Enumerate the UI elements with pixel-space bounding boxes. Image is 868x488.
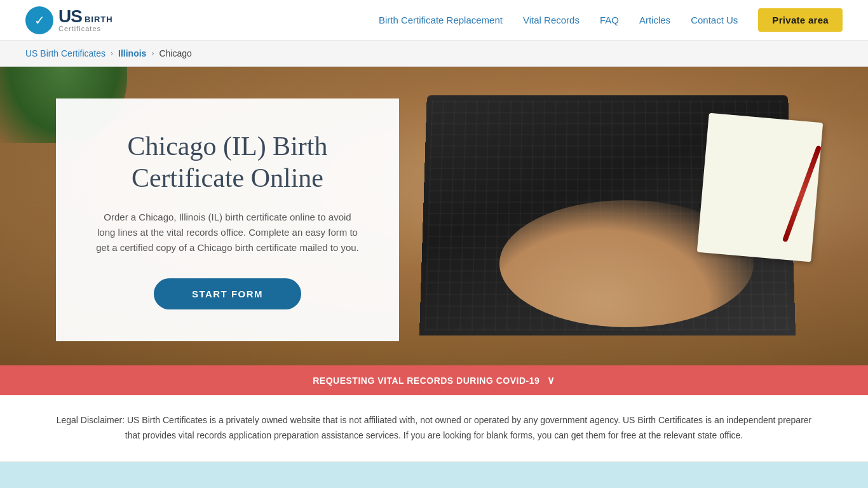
nav-contact[interactable]: Contact Us: [691, 15, 738, 25]
features-section: Apply for your Birth Certificate Expert …: [0, 462, 868, 488]
nav-articles[interactable]: Articles: [639, 15, 670, 25]
logo-birth: BIRTH: [85, 15, 113, 24]
nav-faq[interactable]: FAQ: [600, 15, 619, 25]
nav-vital-records[interactable]: Vital Records: [523, 15, 580, 25]
start-form-button[interactable]: START FORM: [154, 278, 301, 309]
logo-text-group: US BIRTH Certificates: [58, 8, 113, 32]
legal-disclaimer: Legal Disclaimer: US Birth Certificates …: [0, 395, 868, 462]
breadcrumb-sep-1: ›: [111, 49, 113, 58]
main-nav: Birth Certificate Replacement Vital Reco…: [379, 8, 843, 32]
hero-section: Chicago (IL) Birth Certificate Online Or…: [0, 67, 868, 365]
chevron-down-icon: ∨: [547, 374, 555, 386]
disclaimer-text: Legal Disclaimer: US Birth Certificates …: [51, 413, 817, 444]
logo-us: US: [58, 8, 82, 25]
breadcrumb-state[interactable]: Illinois: [118, 48, 146, 58]
logo-certificates: Certificates: [58, 25, 113, 32]
checkmark-icon: ✓: [34, 13, 45, 28]
nav-birth-cert[interactable]: Birth Certificate Replacement: [379, 15, 503, 25]
hero-card: Chicago (IL) Birth Certificate Online Or…: [56, 98, 399, 341]
covid-banner[interactable]: REQUESTING VITAL RECORDS DURING COVID-19…: [0, 365, 868, 395]
logo-icon: ✓: [25, 6, 53, 34]
breadcrumb-city: Chicago: [159, 48, 191, 58]
hero-description: Order a Chicago, Illinois (IL) birth cer…: [94, 210, 361, 255]
breadcrumb-sep-2: ›: [151, 49, 154, 58]
breadcrumb: US Birth Certificates › Illinois › Chica…: [0, 41, 868, 67]
site-header: ✓ US BIRTH Certificates Birth Certificat…: [0, 0, 868, 41]
private-area-button[interactable]: Private area: [758, 8, 843, 32]
hero-title: Chicago (IL) Birth Certificate Online: [94, 130, 361, 194]
covid-text: REQUESTING VITAL RECORDS DURING COVID-19: [313, 376, 539, 386]
logo[interactable]: ✓ US BIRTH Certificates: [25, 6, 113, 34]
breadcrumb-home[interactable]: US Birth Certificates: [25, 48, 105, 58]
